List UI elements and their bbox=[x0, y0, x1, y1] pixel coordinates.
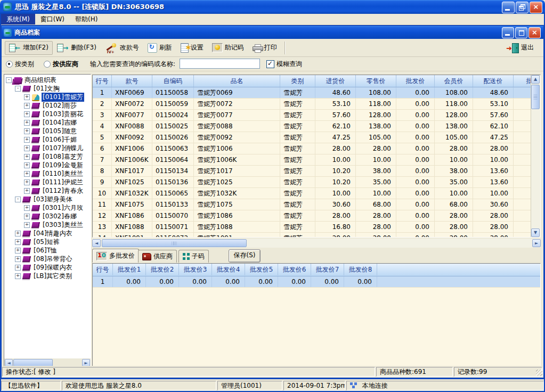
table-row[interactable]: 5XNF009201150026雪妮芳0092雪妮芳47.25105.000.0… bbox=[93, 132, 531, 143]
expand-icon[interactable]: + bbox=[24, 145, 30, 151]
menu-system[interactable]: 系统(M) bbox=[1, 14, 35, 24]
scroll-right-icon[interactable]: ► bbox=[532, 239, 541, 247]
collapse-icon[interactable]: - bbox=[15, 197, 21, 202]
expand-icon[interactable]: + bbox=[15, 265, 21, 271]
expand-icon[interactable]: + bbox=[24, 214, 30, 219]
table-row[interactable]: 9XNF102501150136雪妮芳1025雪妮芳10.2035.000.00… bbox=[93, 177, 531, 188]
delete-button[interactable]: → 删除(F3) bbox=[53, 41, 101, 55]
expand-icon[interactable]: + bbox=[15, 231, 21, 236]
doc-close-button[interactable]: × bbox=[528, 27, 541, 38]
menu-window[interactable]: 窗口(W) bbox=[35, 14, 70, 24]
column-header[interactable]: 批发价2 bbox=[146, 264, 179, 275]
tree-item[interactable]: +[08]吊带背心 bbox=[4, 255, 91, 263]
scroll-down-icon[interactable]: ▼ bbox=[531, 228, 540, 237]
expand-icon[interactable]: + bbox=[15, 273, 21, 279]
grid-hscroll-thumb[interactable] bbox=[102, 239, 247, 247]
table-row[interactable]: 3XNF007701150024雪妮芳0077雪妮芳57.60128.000.0… bbox=[93, 110, 531, 121]
expand-icon[interactable]: + bbox=[15, 239, 21, 245]
by-supplier-radio[interactable]: 按供应商 bbox=[44, 60, 78, 69]
tree-item[interactable]: +[LB]其它类别 bbox=[4, 272, 91, 280]
table-row[interactable]: 11XNF107501150133雪妮芳1075雪妮芳30.6068.000.0… bbox=[93, 199, 531, 210]
tree-item[interactable]: +[0108]嘉芝芳 bbox=[4, 152, 91, 161]
scroll-left-icon[interactable]: ◄ bbox=[5, 359, 13, 366]
tree-item[interactable]: +[0109]金曼新 bbox=[4, 161, 91, 169]
tree-item[interactable]: +[04]情趣内衣 bbox=[4, 229, 91, 238]
tree-item[interactable]: +[0104]吉娜 bbox=[4, 118, 91, 127]
scroll-up-icon[interactable]: ▲ bbox=[531, 75, 540, 84]
table-row[interactable]: 1XNF006901150058雪妮芳0069雪妮芳48.60108.000.0… bbox=[93, 87, 531, 99]
expand-icon[interactable]: + bbox=[24, 103, 30, 109]
column-header[interactable]: 款号 bbox=[112, 75, 152, 87]
expand-icon[interactable]: + bbox=[24, 162, 30, 168]
tree-item[interactable]: +[0101]雪妮芳 bbox=[4, 93, 91, 101]
menu-help[interactable]: 帮助(H) bbox=[70, 14, 103, 24]
column-header[interactable]: 批 bbox=[514, 75, 531, 87]
rename-style-button[interactable]: IV+ 改款号 bbox=[101, 41, 143, 55]
expand-icon[interactable]: + bbox=[24, 111, 30, 117]
table-row[interactable]: 10XNF1032K01150065雪妮芳1032K雪妮芳10.0010.000… bbox=[93, 188, 531, 199]
search-input[interactable] bbox=[180, 59, 260, 69]
close-button[interactable]: × bbox=[530, 2, 542, 13]
column-header[interactable]: 批发价 bbox=[396, 75, 435, 87]
tree-item[interactable]: +[06]T恤 bbox=[4, 246, 91, 255]
doc-titlebar[interactable]: 商品档案 × bbox=[2, 26, 543, 39]
column-header[interactable]: 批发价4 bbox=[212, 264, 245, 275]
print-button[interactable]: 打印 bbox=[248, 41, 281, 55]
fuzzy-checkbox[interactable] bbox=[266, 60, 274, 68]
table-row[interactable]: 10.000.000.000.000.000.000.000.00 bbox=[93, 276, 540, 288]
column-header[interactable]: 批发价8 bbox=[344, 264, 377, 275]
column-header[interactable]: 行号 bbox=[93, 75, 112, 87]
table-row[interactable]: 7XNF1006K01150064雪妮芳1006K雪妮芳10.0010.000.… bbox=[93, 154, 531, 166]
expand-icon[interactable]: + bbox=[15, 248, 21, 254]
collapse-icon[interactable]: - bbox=[6, 77, 12, 83]
scroll-right-icon[interactable]: ► bbox=[82, 359, 90, 366]
column-header[interactable]: 品名 bbox=[194, 75, 280, 87]
table-row[interactable]: 4XNF008801150025雪妮芳0088雪妮芳62.10138.000.0… bbox=[93, 121, 531, 132]
exit-button[interactable]: ➜ 退出 bbox=[503, 41, 538, 55]
expand-icon[interactable]: + bbox=[15, 256, 21, 262]
tab-supplier[interactable]: 供应商 bbox=[138, 250, 177, 263]
column-header[interactable]: 批发价1 bbox=[113, 264, 146, 275]
tree-item[interactable]: +[0111]伊妮兰 bbox=[4, 178, 91, 186]
column-header[interactable]: 会员价 bbox=[435, 75, 473, 87]
tree-item[interactable]: +[0107]俏蝶儿 bbox=[4, 144, 91, 152]
tree-item[interactable]: -[01]文胸 bbox=[4, 84, 91, 93]
mnemonic-button[interactable]: 助记码 bbox=[208, 41, 248, 55]
table-row[interactable]: 12XNF108601150070雪妮芳1086雪妮芳28.0028.000.0… bbox=[93, 210, 531, 222]
grid-scroll-thumb[interactable] bbox=[531, 85, 540, 109]
table-row[interactable]: 2XNF007201150059雪妮芳0072雪妮芳53.10118.000.0… bbox=[93, 99, 531, 110]
expand-icon[interactable]: + bbox=[24, 205, 30, 211]
expand-icon[interactable]: + bbox=[24, 171, 30, 177]
expand-icon[interactable]: + bbox=[24, 222, 30, 228]
tree-item[interactable]: +[0303]奥丝兰 bbox=[4, 220, 91, 229]
table-row[interactable]: 14XNF109101150072雪妮芳1091雪妮芳28.0028.000.0… bbox=[93, 233, 531, 237]
main-titlebar[interactable]: 思迅 服装之星8.0 -- [连锁版] DN:30630698 × bbox=[0, 0, 545, 14]
tree-item[interactable]: +[0105]随意 bbox=[4, 127, 91, 135]
tree-item[interactable]: +[0106]千媚 bbox=[4, 135, 91, 144]
tree-item[interactable]: +[0302]春娜 bbox=[4, 212, 91, 220]
doc-maximize-button[interactable] bbox=[515, 27, 527, 38]
tree-item[interactable]: +[0102]雨莎 bbox=[4, 101, 91, 110]
add-button[interactable]: ← 增加(F2) bbox=[5, 41, 53, 55]
expand-icon[interactable]: + bbox=[24, 154, 30, 160]
tree-item[interactable]: +[09]保暖内衣 bbox=[4, 263, 91, 272]
by-category-radio[interactable]: 按类别 bbox=[6, 60, 34, 69]
tree-item[interactable]: +[0112]青春永 bbox=[4, 186, 91, 195]
grid-vertical-scrollbar[interactable]: ▲ ▼ bbox=[531, 75, 540, 237]
expand-icon[interactable]: + bbox=[24, 120, 30, 126]
fuzzy-checkbox-item[interactable]: 模糊查询 bbox=[266, 60, 302, 69]
tree-item[interactable]: -[03]塑身美体 bbox=[4, 195, 91, 203]
column-header[interactable]: 批发价3 bbox=[179, 264, 212, 275]
tree-item[interactable]: +[0301]六月玫 bbox=[4, 203, 91, 212]
column-header[interactable]: 行号 bbox=[93, 264, 113, 275]
table-row[interactable]: 8XNF101701150134雪妮芳1017雪妮芳10.2038.000.00… bbox=[93, 166, 531, 177]
restore-button[interactable] bbox=[516, 2, 528, 13]
column-header[interactable]: 类别 bbox=[280, 75, 315, 87]
grid-horizontal-scrollbar[interactable]: ◄ ► bbox=[92, 239, 541, 248]
column-header[interactable]: 零售价 bbox=[356, 75, 396, 87]
expand-icon[interactable]: + bbox=[24, 94, 30, 100]
expand-icon[interactable]: + bbox=[24, 137, 30, 143]
save-button[interactable]: 保存(S) bbox=[229, 249, 261, 263]
doc-minimize-button[interactable] bbox=[502, 27, 514, 38]
tree-item[interactable]: +[05]短裤 bbox=[4, 238, 91, 246]
